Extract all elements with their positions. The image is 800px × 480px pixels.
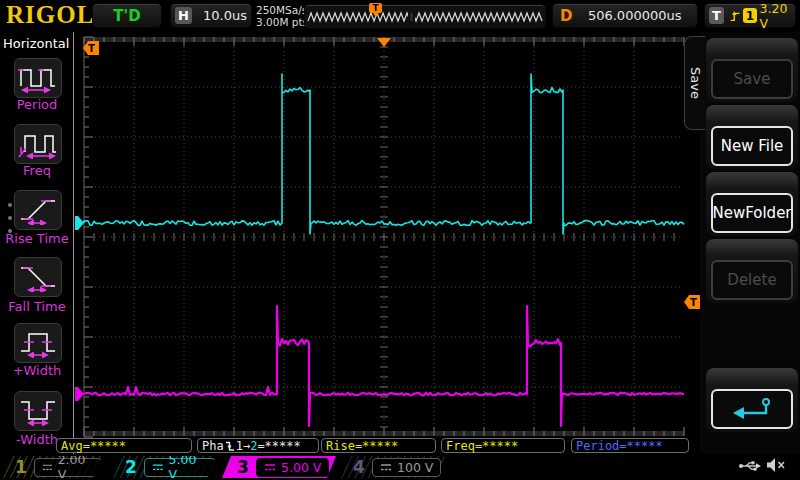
channel-2-number: 2 [125,457,137,477]
trigger-settings-box[interactable]: T 1 3.20 V [704,3,796,28]
channel-status-bar: 1 2.00 V 2 5.00 V 3 5.00 V 4 [0,454,800,480]
plus-width-icon [18,328,58,358]
freq-icon [18,129,58,159]
menu-title: Horizontal [3,36,69,51]
channel-1-status[interactable]: 1 2.00 V [0,456,102,478]
measurement-rise[interactable]: Rise=***** [321,438,436,453]
new-folder-button[interactable]: NewFolder [711,193,793,233]
rising-edge-icon [729,8,740,24]
rise-time-icon [18,195,58,225]
scroll-indicator-dot [8,216,12,220]
trigger-status-badge: T'D [92,3,162,28]
trigger-status-text: T'D [113,7,140,25]
menu-item-period[interactable] [14,58,62,98]
brand-logo: RIGOL [6,1,94,29]
top-bar: RIGOL T'D H 10.0us 250MSa/s 3.00M pts T … [0,0,800,32]
menu-item-plus-width-label: +Width [0,363,74,378]
horizontal-measure-menu: Horizontal Period Freq Rise Time [0,32,75,455]
measurement-period[interactable]: Period=***** [571,438,689,453]
acquisition-info: 250MSa/s 3.00M pts [256,4,308,28]
falling-edge-icon [225,440,235,452]
memory-depth: 3.00M pts [256,16,308,28]
trigger-level-value: 3.20 V [760,1,795,31]
waveform-ch3 [84,306,684,426]
channel-2-scale: 5.00 V [169,452,208,480]
new-file-button[interactable]: New File [711,126,793,166]
menu-item-fall-time[interactable] [14,257,62,297]
menu-tab-save: Save [684,36,705,130]
phase-prefix: Pha [202,439,224,453]
scroll-indicator-dot [8,203,12,207]
delay-readout-box[interactable]: D 506.000000us [552,3,698,28]
menu-item-freq-label: Freq [0,163,74,178]
channel-3-scale: 5.00 V [281,460,321,475]
channel-2-status[interactable]: 2 5.00 V [110,456,216,478]
menu-item-minus-width[interactable] [14,391,62,431]
timebase-value: 10.0us [203,8,247,23]
measurement-freq[interactable]: Freq=***** [441,438,565,453]
svg-text:T: T [690,297,697,308]
phase-source1: 1 [236,439,243,453]
channel-1-number: 1 [15,457,27,477]
delay-label: D [560,7,572,25]
save-button[interactable]: Save [711,59,793,99]
menu-item-period-label: Period [0,97,74,112]
usb-icon [738,459,762,473]
trigger-label: T [709,7,724,24]
minus-width-icon [18,396,58,426]
channel-4-scale: 100 V [397,460,433,475]
channel-1-scale: 2.00 V [58,452,94,480]
waveform-preview-icon [305,5,543,26]
trigger-source-badge: 1 [743,8,756,23]
phase-source2: 2 [250,439,257,453]
channel-3-number: 3 [237,457,249,477]
dc-coupling-icon [264,463,276,472]
channel-4-status[interactable]: 4 100 V [338,456,448,478]
phase-arrow: → [243,439,250,453]
dc-coupling-icon [42,463,53,472]
period-icon [18,63,58,93]
channel-4-number: 4 [353,457,365,477]
delay-value: 506.000000us [572,8,697,23]
phase-value: =***** [257,439,300,453]
trigger-position-mini-marker[interactable]: T [369,3,382,13]
horizontal-scale-box[interactable]: H 10.0us [170,3,252,28]
timebase-preview [304,4,546,29]
scope-display: 23TT [0,0,800,480]
back-button[interactable] [711,389,793,429]
dc-coupling-icon [380,463,392,472]
sample-rate: 250MSa/s [256,4,308,16]
channel-3-status[interactable]: 3 5.00 V [222,456,336,478]
measurement-avg[interactable]: Avg=***** [56,438,192,453]
h-key-label: H [175,7,192,24]
scroll-indicator-dot [8,229,12,233]
menu-item-fall-time-label: Fall Time [0,299,74,314]
fall-time-icon [18,262,58,292]
measurement-phase[interactable]: Pha 1 → 2 =***** [197,438,319,453]
return-arrow-icon [726,396,778,422]
menu-item-plus-width[interactable] [14,323,62,363]
speaker-muted-icon [766,457,786,473]
waveform-ch2 [84,74,684,234]
svg-text:T: T [88,43,95,54]
dc-coupling-icon [152,463,164,472]
menu-item-freq[interactable] [14,124,62,164]
menu-item-rise-time-label: Rise Time [0,231,74,246]
menu-item-rise-time[interactable] [14,190,62,230]
delete-button[interactable]: Delete [711,260,793,300]
